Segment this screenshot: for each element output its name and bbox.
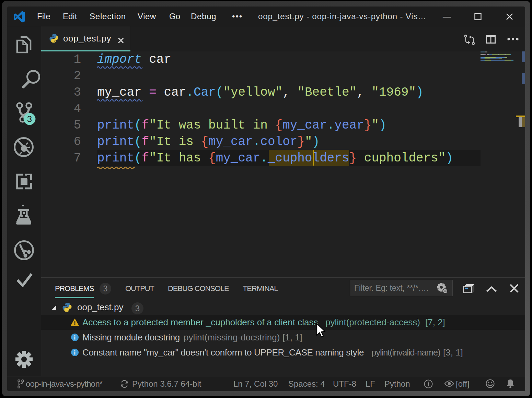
svg-text:3: 3 [27, 114, 32, 124]
